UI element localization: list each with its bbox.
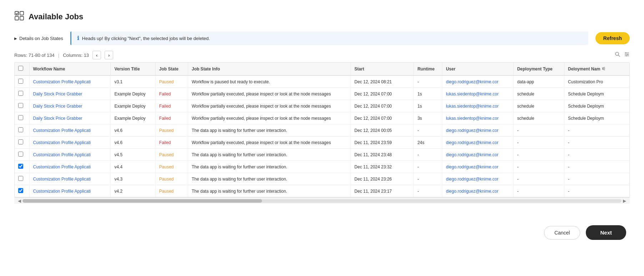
row-deployment-type: - [513,185,564,197]
row-checkbox-cell[interactable] [15,75,29,88]
workflow-link[interactable]: Daily Stock Price Grabber [33,104,82,109]
row-checkbox-cell[interactable] [15,124,29,137]
pagination-row: Rows: 71-80 of 134 | Columns: 13 ‹ › [14,51,630,59]
row-checkbox-cell[interactable] [15,173,29,185]
th-select-all[interactable] [15,63,29,75]
row-checkbox[interactable] [18,152,23,157]
row-checkbox-cell[interactable] [15,100,29,112]
user-link[interactable]: diego.rodriguez@knime.cor [446,140,498,145]
scroll-right-arrow[interactable]: ▶ [622,198,628,203]
row-checkbox-cell[interactable] [15,161,29,173]
row-job-state-info: Workflow partially executed, please insp… [188,137,351,149]
row-workflow-name[interactable]: Daily Stock Price Grabber [29,112,111,124]
workflow-link[interactable]: Customization Profile Applicati [33,79,91,84]
row-checkbox-cell[interactable] [15,185,29,197]
row-checkbox-cell[interactable] [15,149,29,161]
row-checkbox[interactable] [18,103,23,108]
row-workflow-name[interactable]: Customization Profile Applicati [29,137,111,149]
prev-page-button[interactable]: ‹ [92,51,101,59]
row-workflow-name[interactable]: Daily Stock Price Grabber [29,88,111,100]
svg-point-10 [627,54,628,55]
scroll-left-arrow[interactable]: ◀ [16,198,22,203]
user-link[interactable]: lukas.siedentop@knime.cor [446,116,499,121]
row-deployment-type: data-app [513,75,564,88]
page-title: Available Jobs [29,12,83,21]
row-job-state: Failed [155,88,188,100]
row-workflow-name[interactable]: Customization Profile Applicati [29,161,111,173]
row-checkbox[interactable] [18,127,23,132]
scroll-thumb[interactable] [22,199,262,203]
user-link[interactable]: lukas.siedentop@knime.cor [446,104,499,109]
table-row: Daily Stock Price GrabberExample DeployF… [15,112,629,124]
row-checkbox[interactable] [18,176,23,181]
user-link[interactable]: lukas.siedentop@knime.cor [446,92,499,97]
row-checkbox[interactable] [18,164,23,169]
row-start: Dec 11, 2024 23:17 [351,185,414,197]
row-job-state-info: The data app is waiting for further user… [188,185,351,197]
row-deployment-name: Schedule Deploym [564,112,629,124]
page-header: Available Jobs [14,11,630,23]
search-icon[interactable] [615,51,620,59]
row-checkbox-cell[interactable] [15,112,29,124]
row-checkbox[interactable] [18,115,23,120]
workflow-link[interactable]: Customization Profile Applicati [33,152,91,157]
row-workflow-name[interactable]: Customization Profile Applicati [29,149,111,161]
jobs-table-wrapper: Workflow Name Version Title Job State Jo… [14,62,630,197]
table-row: Customization Profile Applicativ4.6Faile… [15,137,629,149]
row-version-title: v4.6 [111,137,155,149]
th-workflow-name: Workflow Name [29,63,111,75]
row-user: diego.rodriguez@knime.cor [442,124,513,137]
row-job-state: Failed [155,137,188,149]
workflow-link[interactable]: Customization Profile Applicati [33,128,91,133]
row-checkbox[interactable] [18,188,23,193]
workflow-link[interactable]: Daily Stock Price Grabber [33,116,82,121]
next-page-button[interactable]: › [105,51,113,59]
user-link[interactable]: diego.rodriguez@knime.cor [446,164,498,169]
refresh-button[interactable]: Refresh [595,32,630,44]
th-version-title: Version Title [111,63,155,75]
row-checkbox[interactable] [18,79,23,84]
table-icons [615,51,630,59]
toolbar-row: ▶ Details on Job States ℹ Heads up! By c… [14,31,630,45]
workflow-link[interactable]: Daily Stock Price Grabber [33,92,82,97]
row-start: Dec 11, 2024 23:59 [351,137,414,149]
row-workflow-name[interactable]: Daily Stock Price Grabber [29,100,111,112]
user-link[interactable]: diego.rodriguez@knime.cor [446,177,498,182]
row-deployment-name: - [564,137,629,149]
horizontal-scrollbar[interactable]: ◀ ▶ [14,197,630,204]
user-link[interactable]: diego.rodriguez@knime.cor [446,189,498,194]
svg-point-4 [615,52,619,55]
row-user: diego.rodriguez@knime.cor [442,137,513,149]
th-job-state: Job State [155,63,188,75]
row-checkbox-cell[interactable] [15,137,29,149]
scroll-track[interactable] [22,199,622,203]
column-filter-icon[interactable]: ⚟ [602,66,606,72]
details-toggle[interactable]: ▶ Details on Job States [14,36,63,41]
row-job-state: Paused [155,161,188,173]
row-version-title: v4.4 [111,161,155,173]
columns-settings-icon[interactable] [624,51,630,59]
row-workflow-name[interactable]: Customization Profile Applicati [29,124,111,137]
th-user: User [442,63,513,75]
row-deployment-name: - [564,173,629,185]
select-all-checkbox[interactable] [18,66,23,71]
row-runtime: 3s [414,112,442,124]
row-checkbox-cell[interactable] [15,88,29,100]
workflow-link[interactable]: Customization Profile Applicati [33,189,91,194]
row-checkbox[interactable] [18,139,23,144]
row-job-state-info: Workflow partially executed, please insp… [188,88,351,100]
user-link[interactable]: diego.rodriguez@knime.cor [446,152,498,157]
user-link[interactable]: diego.rodriguez@knime.cor [446,79,498,84]
workflow-link[interactable]: Customization Profile Applicati [33,177,91,182]
workflow-link[interactable]: Customization Profile Applicati [33,164,91,169]
workflow-link[interactable]: Customization Profile Applicati [33,140,91,145]
row-start: Dec 12, 2024 07:00 [351,88,414,100]
row-version-title: v4.5 [111,149,155,161]
next-button[interactable]: Next [586,225,626,240]
row-workflow-name[interactable]: Customization Profile Applicati [29,75,111,88]
row-workflow-name[interactable]: Customization Profile Applicati [29,173,111,185]
row-workflow-name[interactable]: Customization Profile Applicati [29,185,111,197]
user-link[interactable]: diego.rodriguez@knime.cor [446,128,498,133]
cancel-button[interactable]: Cancel [544,226,580,240]
row-checkbox[interactable] [18,91,23,96]
